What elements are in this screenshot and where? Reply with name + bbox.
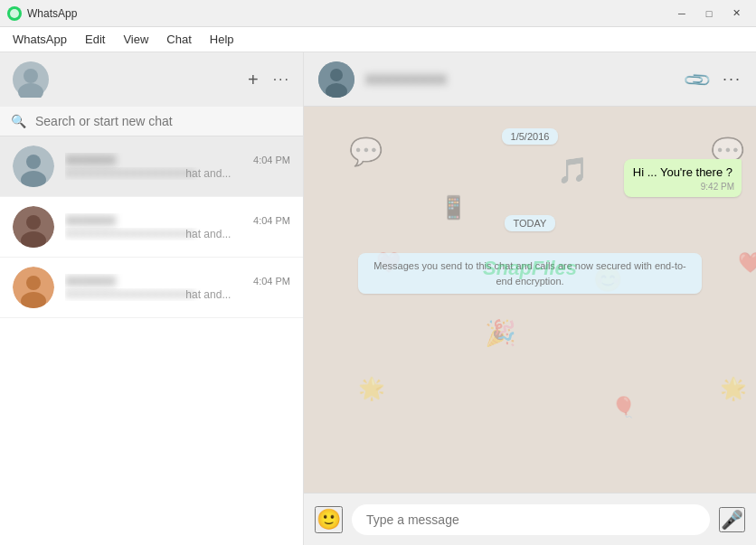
system-message-text: Messages you send to this chat and calls…: [358, 253, 702, 294]
menu-help[interactable]: Help: [201, 29, 243, 50]
chat-name: XXXXXX: [65, 213, 116, 228]
chat-item[interactable]: XXXXXX 4:04 PM XXXXXXXXXXXXXXXXXX hat an…: [0, 136, 303, 197]
left-panel: + ··· 🔍 XXXXX: [0, 52, 304, 545]
right-header-left: XXXXXXXXX: [318, 61, 447, 98]
window-controls: ─ □ ✕: [669, 5, 749, 23]
message-input[interactable]: [352, 504, 710, 535]
input-area: 🙂 🎤: [304, 493, 756, 545]
avatar: [13, 267, 54, 308]
chat-time: 4:04 PM: [253, 276, 290, 287]
svg-point-7: [26, 215, 41, 230]
menu-edit[interactable]: Edit: [76, 29, 114, 50]
right-header-actions: 📎 ···: [685, 69, 742, 90]
app-icon: [7, 6, 22, 21]
menu-chat[interactable]: Chat: [157, 29, 200, 50]
chat-preview: XXXXXXXXXXXXXXXXXX hat and...: [65, 228, 290, 240]
menubar: WhatsApp Edit View Chat Help: [0, 27, 756, 52]
message-bubble: Hi ... You're there ? 9:42 PM: [624, 159, 742, 197]
date-label: 1/5/2016: [502, 128, 559, 145]
svg-point-10: [26, 276, 41, 290]
search-input[interactable]: [35, 114, 292, 128]
message-text: Hi ... You're there ?: [633, 165, 732, 179]
emoji-button[interactable]: 🙂: [315, 506, 343, 533]
titlebar-left: WhatsApp: [7, 6, 77, 21]
avatar: [13, 146, 54, 187]
left-header-actions: + ···: [248, 70, 290, 90]
chat-name: XXXXXX: [65, 274, 116, 288]
date-separator-today: TODAY: [318, 215, 742, 231]
svg-point-13: [330, 69, 343, 81]
chat-item[interactable]: XXXXXX 4:04 PM XXXXXXXXXXXXXXXXXX hat an…: [0, 258, 303, 318]
chat-name: XXXXXX: [65, 153, 116, 167]
more-chat-options-button[interactable]: ···: [723, 70, 742, 89]
contact-name: XXXXXXXXX: [365, 71, 447, 87]
app-container: + ··· 🔍 XXXXX: [0, 52, 756, 545]
chat-item[interactable]: XXXXXX 4:04 PM XXXXXXXXXXXXXXXXXX hat an…: [0, 197, 303, 258]
chat-time: 4:04 PM: [253, 155, 290, 165]
more-options-button[interactable]: ···: [273, 71, 290, 88]
svg-point-1: [24, 69, 38, 83]
avatar: [13, 206, 54, 248]
today-label: TODAY: [505, 215, 556, 231]
svg-point-2: [18, 83, 43, 98]
system-message: Messages you send to this chat and calls…: [318, 253, 742, 294]
mic-button[interactable]: 🎤: [719, 507, 745, 532]
message-time: 9:42 PM: [701, 181, 734, 193]
close-button[interactable]: ✕: [723, 5, 749, 23]
chat-preview: XXXXXXXXXXXXXXXXXX hat and...: [65, 288, 290, 301]
left-header: + ···: [0, 52, 303, 107]
user-avatar[interactable]: [13, 61, 49, 98]
search-icon: 🔍: [11, 114, 26, 128]
message-row-sent: Hi ... You're there ? 9:42 PM: [318, 159, 742, 197]
right-header: XXXXXXXXX 📎 ···: [304, 52, 756, 107]
right-panel: XXXXXXXXX 📎 ··· SnapFiles 1/5/2016 Hi ..…: [304, 52, 756, 545]
new-chat-button[interactable]: +: [248, 70, 259, 90]
chat-info: XXXXXX 4:04 PM XXXXXXXXXXXXXXXXXX hat an…: [65, 213, 290, 240]
chat-list: XXXXXX 4:04 PM XXXXXXXXXXXXXXXXXX hat an…: [0, 136, 303, 545]
titlebar-title: WhatsApp: [27, 7, 77, 20]
contact-avatar[interactable]: [318, 61, 354, 98]
svg-point-4: [26, 155, 41, 169]
minimize-button[interactable]: ─: [669, 5, 695, 23]
chat-info: XXXXXX 4:04 PM XXXXXXXXXXXXXXXXXX hat an…: [65, 153, 290, 180]
search-bar: 🔍: [0, 107, 303, 136]
svg-point-0: [10, 9, 19, 18]
chat-preview: XXXXXXXXXXXXXXXXXX hat and...: [65, 167, 290, 180]
attach-button[interactable]: 📎: [685, 69, 708, 90]
chat-messages: SnapFiles 1/5/2016 Hi ... You're there ?…: [304, 107, 756, 493]
maximize-button[interactable]: □: [696, 5, 722, 23]
titlebar: WhatsApp ─ □ ✕: [0, 0, 756, 27]
chat-info: XXXXXX 4:04 PM XXXXXXXXXXXXXXXXXX hat an…: [65, 274, 290, 301]
menu-whatsapp[interactable]: WhatsApp: [4, 29, 76, 50]
menu-view[interactable]: View: [114, 29, 157, 50]
date-separator: 1/5/2016: [318, 128, 742, 145]
chat-time: 4:04 PM: [253, 215, 290, 226]
